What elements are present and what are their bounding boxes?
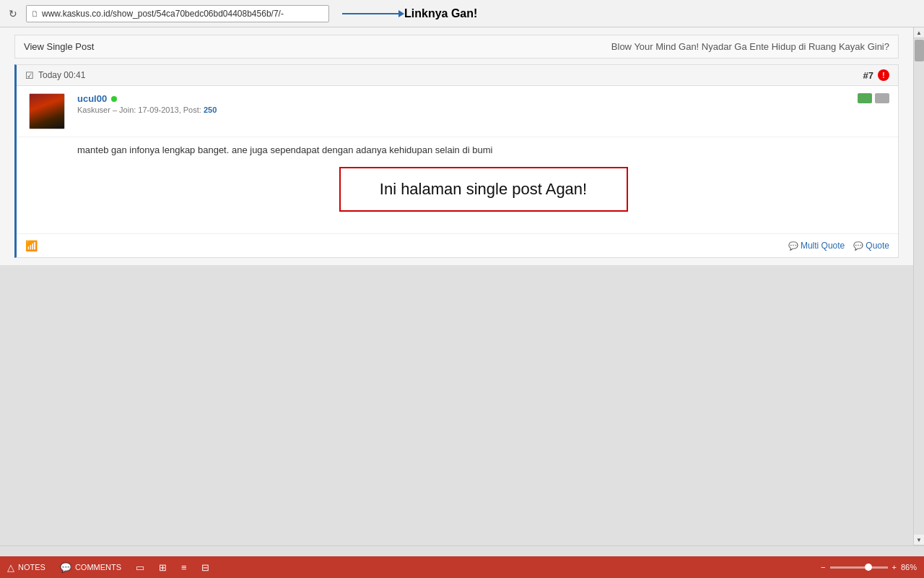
outline-view-button[interactable]: ≡ <box>181 562 187 573</box>
post-text: manteb gan infonya lengkap banget. ane j… <box>77 144 889 155</box>
post-container: View Single Post Blow Your Mind Gan! Nya… <box>0 27 913 265</box>
report-button[interactable]: ! <box>878 69 889 81</box>
notes-toolbar-item[interactable]: △ NOTES <box>7 562 45 573</box>
post-card: ☑ Today 00:41 #7 ! <box>14 64 899 258</box>
post-actions <box>858 93 889 129</box>
notes-label: NOTES <box>18 563 45 571</box>
post-timestamp: ☑ Today 00:41 <box>25 70 85 81</box>
action-green-button[interactable] <box>858 93 872 103</box>
page-view-button[interactable]: ▭ <box>136 562 144 573</box>
thread-title: Blow Your Mind Gan! Nyadar Ga Ente Hidup… <box>611 41 889 52</box>
avatar-area <box>25 93 69 129</box>
multi-quote-icon: 💬 <box>788 241 798 251</box>
quote-button[interactable]: 💬 Quote <box>853 241 889 251</box>
browser-chrome: ↻ 🗋 www.kaskus.co.id/show_post/54ca70bed… <box>0 0 924 27</box>
main-area: View Single Post Blow Your Mind Gan! Nya… <box>0 27 924 545</box>
refresh-button[interactable]: ↻ <box>6 7 20 21</box>
checkbox-icon: ☑ <box>25 70 34 81</box>
post-count: 250 <box>204 105 217 114</box>
address-bar[interactable]: 🗋 www.kaskus.co.id/show_post/54ca70bedc0… <box>26 5 329 22</box>
user-info-area: ucul00 Kaskuser – Join: 17-09-2013, Post… <box>77 93 858 129</box>
bottom-toolbar: △ NOTES 💬 COMMENTS ▭ ⊞ ≡ ⊟ − + 86% <box>0 556 924 578</box>
bottom-scroll-track <box>0 546 924 556</box>
wifi-symbol: 📶 <box>25 240 38 251</box>
comments-label: COMMENTS <box>75 563 121 571</box>
highlight-text: Ini halaman single post Agan! <box>380 180 587 199</box>
notes-icon: △ <box>7 562 14 573</box>
url-text: www.kaskus.co.id/show_post/54ca70bedc06b… <box>42 9 284 19</box>
username[interactable]: ucul00 <box>77 93 107 104</box>
view-single-post-bar: View Single Post Blow Your Mind Gan! Nya… <box>14 35 899 59</box>
arrow-annotation: Linknya Gan! <box>342 7 477 20</box>
arrow-line <box>342 13 400 14</box>
zoom-minus[interactable]: − <box>821 563 825 571</box>
wap-icon: 📶 <box>25 240 38 251</box>
settings-button[interactable]: ⊟ <box>201 562 209 573</box>
avatar-face <box>30 94 64 129</box>
zoom-percent: 86% <box>901 563 917 571</box>
scroll-up-arrow[interactable]: ▲ <box>914 27 925 38</box>
zoom-plus[interactable]: + <box>892 563 897 571</box>
post-body: ucul00 Kaskuser – Join: 17-09-2013, Post… <box>17 86 898 137</box>
multi-quote-label: Multi Quote <box>801 241 845 251</box>
action-gray-button[interactable] <box>875 93 889 103</box>
scroll-down-arrow[interactable]: ▼ <box>914 535 925 545</box>
grid-view-icon: ⊞ <box>159 562 167 573</box>
user-meta: Kaskuser – Join: 17-09-2013, Post: 250 <box>77 105 858 114</box>
quote-icon: 💬 <box>853 241 863 251</box>
post-header: ☑ Today 00:41 #7 ! <box>17 65 898 86</box>
annotation-label: Linknya Gan! <box>404 7 477 20</box>
multi-quote-button[interactable]: 💬 Multi Quote <box>788 241 845 251</box>
outline-view-icon: ≡ <box>181 562 187 573</box>
post-content-area: manteb gan infonya lengkap banget. ane j… <box>17 137 898 233</box>
timestamp-text: Today 00:41 <box>38 70 85 80</box>
scroll-thumb[interactable] <box>915 40 924 61</box>
post-num-area: #7 ! <box>863 69 889 81</box>
avatar <box>29 93 65 129</box>
highlight-box: Ini halaman single post Agan! <box>339 167 628 212</box>
page-icon: 🗋 <box>31 9 39 18</box>
online-indicator <box>111 96 117 102</box>
quote-actions: 💬 Multi Quote 💬 Quote <box>788 241 889 251</box>
comments-icon: 💬 <box>60 562 71 573</box>
zoom-slider-thumb <box>865 564 872 571</box>
content-scroll[interactable]: View Single Post Blow Your Mind Gan! Nya… <box>0 27 913 545</box>
page-view-icon: ▭ <box>136 562 144 573</box>
username-row: ucul00 <box>77 93 858 104</box>
post-number: #7 <box>863 70 873 81</box>
right-scrollbar[interactable]: ▲ ▼ <box>913 27 924 545</box>
quote-label: Quote <box>866 241 889 251</box>
settings-icon: ⊟ <box>201 562 209 573</box>
post-footer: 📶 💬 Multi Quote 💬 Quote <box>17 233 898 257</box>
grid-view-button[interactable]: ⊞ <box>159 562 167 573</box>
comments-toolbar-item[interactable]: 💬 COMMENTS <box>60 562 121 573</box>
view-single-post-label: View Single Post <box>24 41 94 52</box>
bottom-scrollbar[interactable] <box>0 545 924 556</box>
scroll-track <box>914 38 924 535</box>
zoom-area: − + 86% <box>821 563 917 571</box>
zoom-slider[interactable] <box>830 566 888 569</box>
